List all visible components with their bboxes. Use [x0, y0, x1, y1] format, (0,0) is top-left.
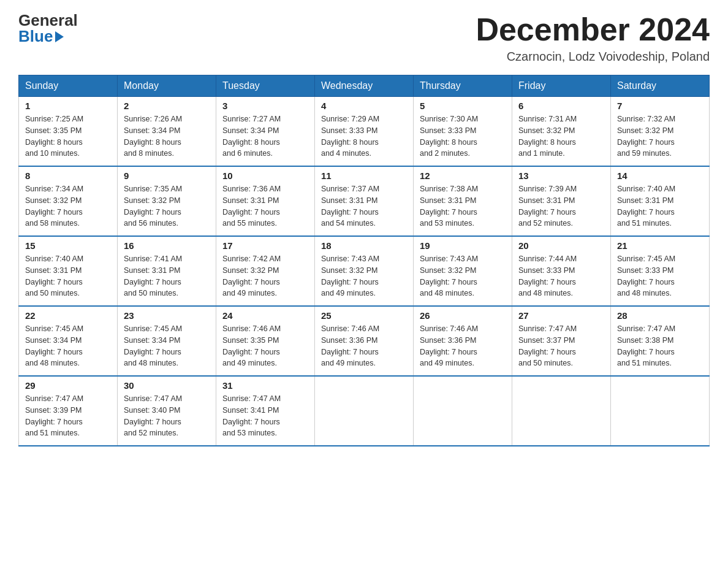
day-number: 18 [321, 240, 407, 251]
logo: General Blue [18, 12, 78, 44]
day-number: 31 [222, 380, 308, 391]
day-number: 12 [420, 170, 506, 181]
day-number: 20 [518, 240, 604, 251]
day-number: 29 [25, 380, 111, 391]
day-info: Sunrise: 7:42 AMSunset: 3:32 PMDaylight:… [222, 253, 308, 299]
calendar-cell: 11Sunrise: 7:37 AMSunset: 3:31 PMDayligh… [315, 166, 414, 236]
day-info: Sunrise: 7:34 AMSunset: 3:32 PMDaylight:… [25, 183, 111, 229]
calendar-week-row: 29Sunrise: 7:47 AMSunset: 3:39 PMDayligh… [19, 376, 710, 446]
calendar-table: SundayMondayTuesdayWednesdayThursdayFrid… [18, 75, 710, 446]
calendar-cell: 15Sunrise: 7:40 AMSunset: 3:31 PMDayligh… [19, 236, 118, 306]
day-number: 19 [420, 240, 506, 251]
calendar-cell: 1Sunrise: 7:25 AMSunset: 3:35 PMDaylight… [19, 97, 118, 167]
day-number: 15 [25, 240, 111, 251]
day-of-week-header: Saturday [611, 75, 710, 97]
calendar-cell [315, 376, 414, 446]
calendar-cell: 17Sunrise: 7:42 AMSunset: 3:32 PMDayligh… [216, 236, 315, 306]
day-of-week-header: Monday [118, 75, 216, 97]
day-info: Sunrise: 7:43 AMSunset: 3:32 PMDaylight:… [321, 253, 407, 299]
day-number: 9 [124, 170, 210, 181]
logo-triangle-icon [55, 31, 64, 42]
calendar-cell: 26Sunrise: 7:46 AMSunset: 3:36 PMDayligh… [414, 306, 512, 376]
day-number: 22 [25, 310, 111, 321]
day-info: Sunrise: 7:45 AMSunset: 3:34 PMDaylight:… [124, 323, 210, 369]
calendar-cell [512, 376, 611, 446]
day-info: Sunrise: 7:29 AMSunset: 3:33 PMDaylight:… [321, 113, 407, 159]
calendar-cell: 31Sunrise: 7:47 AMSunset: 3:41 PMDayligh… [216, 376, 315, 446]
calendar-cell: 4Sunrise: 7:29 AMSunset: 3:33 PMDaylight… [315, 97, 414, 167]
day-number: 26 [420, 310, 506, 321]
day-number: 6 [518, 101, 604, 111]
day-info: Sunrise: 7:26 AMSunset: 3:34 PMDaylight:… [124, 113, 210, 159]
day-info: Sunrise: 7:27 AMSunset: 3:34 PMDaylight:… [222, 113, 308, 159]
day-info: Sunrise: 7:47 AMSunset: 3:38 PMDaylight:… [617, 323, 703, 369]
calendar-cell: 9Sunrise: 7:35 AMSunset: 3:32 PMDaylight… [118, 166, 216, 236]
logo-general-text: General [18, 12, 78, 28]
calendar-cell: 8Sunrise: 7:34 AMSunset: 3:32 PMDaylight… [19, 166, 118, 236]
day-info: Sunrise: 7:46 AMSunset: 3:35 PMDaylight:… [222, 323, 308, 369]
calendar-cell: 18Sunrise: 7:43 AMSunset: 3:32 PMDayligh… [315, 236, 414, 306]
day-number: 11 [321, 170, 407, 181]
day-of-week-header: Tuesday [216, 75, 315, 97]
day-number: 16 [124, 240, 210, 251]
day-number: 2 [124, 101, 210, 111]
day-info: Sunrise: 7:32 AMSunset: 3:32 PMDaylight:… [617, 113, 703, 159]
day-info: Sunrise: 7:35 AMSunset: 3:32 PMDaylight:… [124, 183, 210, 229]
day-info: Sunrise: 7:40 AMSunset: 3:31 PMDaylight:… [617, 183, 703, 229]
day-info: Sunrise: 7:44 AMSunset: 3:33 PMDaylight:… [518, 253, 604, 299]
calendar-cell [414, 376, 512, 446]
calendar-cell [611, 376, 710, 446]
day-info: Sunrise: 7:47 AMSunset: 3:40 PMDaylight:… [124, 393, 210, 439]
calendar-cell: 12Sunrise: 7:38 AMSunset: 3:31 PMDayligh… [414, 166, 512, 236]
day-number: 5 [420, 101, 506, 111]
calendar-cell: 3Sunrise: 7:27 AMSunset: 3:34 PMDaylight… [216, 97, 315, 167]
day-info: Sunrise: 7:47 AMSunset: 3:41 PMDaylight:… [222, 393, 308, 439]
day-of-week-header: Thursday [414, 75, 512, 97]
calendar-cell: 13Sunrise: 7:39 AMSunset: 3:31 PMDayligh… [512, 166, 611, 236]
day-number: 10 [222, 170, 308, 181]
day-number: 25 [321, 310, 407, 321]
day-info: Sunrise: 7:30 AMSunset: 3:33 PMDaylight:… [420, 113, 506, 159]
day-number: 1 [25, 101, 111, 111]
calendar-cell: 20Sunrise: 7:44 AMSunset: 3:33 PMDayligh… [512, 236, 611, 306]
day-info: Sunrise: 7:40 AMSunset: 3:31 PMDaylight:… [25, 253, 111, 299]
calendar-cell: 28Sunrise: 7:47 AMSunset: 3:38 PMDayligh… [611, 306, 710, 376]
day-info: Sunrise: 7:36 AMSunset: 3:31 PMDaylight:… [222, 183, 308, 229]
title-block: December 2024 Czarnocin, Lodz Voivodeshi… [476, 12, 710, 64]
calendar-cell: 14Sunrise: 7:40 AMSunset: 3:31 PMDayligh… [611, 166, 710, 236]
calendar-cell: 23Sunrise: 7:45 AMSunset: 3:34 PMDayligh… [118, 306, 216, 376]
day-info: Sunrise: 7:41 AMSunset: 3:31 PMDaylight:… [124, 253, 210, 299]
day-of-week-header: Sunday [19, 75, 118, 97]
day-info: Sunrise: 7:31 AMSunset: 3:32 PMDaylight:… [518, 113, 604, 159]
calendar-week-row: 8Sunrise: 7:34 AMSunset: 3:32 PMDaylight… [19, 166, 710, 236]
calendar-cell: 16Sunrise: 7:41 AMSunset: 3:31 PMDayligh… [118, 236, 216, 306]
logo-blue-text: Blue [18, 28, 64, 44]
day-number: 23 [124, 310, 210, 321]
day-info: Sunrise: 7:46 AMSunset: 3:36 PMDaylight:… [420, 323, 506, 369]
day-of-week-header: Wednesday [315, 75, 414, 97]
month-title: December 2024 [476, 12, 710, 47]
day-number: 17 [222, 240, 308, 251]
day-info: Sunrise: 7:38 AMSunset: 3:31 PMDaylight:… [420, 183, 506, 229]
calendar-week-row: 1Sunrise: 7:25 AMSunset: 3:35 PMDaylight… [19, 97, 710, 167]
day-info: Sunrise: 7:47 AMSunset: 3:39 PMDaylight:… [25, 393, 111, 439]
calendar-cell: 5Sunrise: 7:30 AMSunset: 3:33 PMDaylight… [414, 97, 512, 167]
calendar-cell: 7Sunrise: 7:32 AMSunset: 3:32 PMDaylight… [611, 97, 710, 167]
day-number: 30 [124, 380, 210, 391]
page-header: General Blue December 2024 Czarnocin, Lo… [18, 12, 710, 64]
calendar-cell: 27Sunrise: 7:47 AMSunset: 3:37 PMDayligh… [512, 306, 611, 376]
calendar-cell: 29Sunrise: 7:47 AMSunset: 3:39 PMDayligh… [19, 376, 118, 446]
calendar-cell: 19Sunrise: 7:43 AMSunset: 3:32 PMDayligh… [414, 236, 512, 306]
day-number: 8 [25, 170, 111, 181]
calendar-cell: 24Sunrise: 7:46 AMSunset: 3:35 PMDayligh… [216, 306, 315, 376]
calendar-cell: 25Sunrise: 7:46 AMSunset: 3:36 PMDayligh… [315, 306, 414, 376]
calendar-header-row: SundayMondayTuesdayWednesdayThursdayFrid… [19, 75, 710, 97]
day-number: 28 [617, 310, 703, 321]
day-info: Sunrise: 7:47 AMSunset: 3:37 PMDaylight:… [518, 323, 604, 369]
calendar-cell: 2Sunrise: 7:26 AMSunset: 3:34 PMDaylight… [118, 97, 216, 167]
day-number: 7 [617, 101, 703, 111]
calendar-cell: 10Sunrise: 7:36 AMSunset: 3:31 PMDayligh… [216, 166, 315, 236]
day-info: Sunrise: 7:39 AMSunset: 3:31 PMDaylight:… [518, 183, 604, 229]
calendar-week-row: 15Sunrise: 7:40 AMSunset: 3:31 PMDayligh… [19, 236, 710, 306]
calendar-cell: 30Sunrise: 7:47 AMSunset: 3:40 PMDayligh… [118, 376, 216, 446]
